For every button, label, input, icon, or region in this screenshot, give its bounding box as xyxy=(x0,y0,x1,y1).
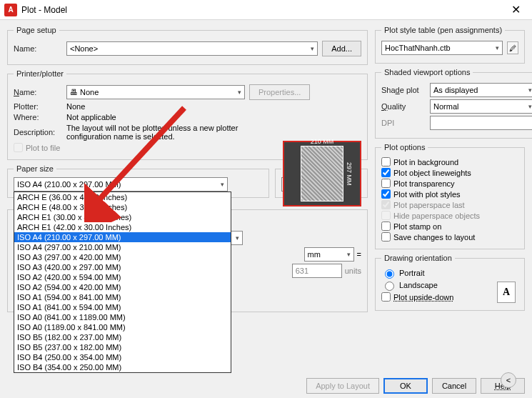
paper-size-option[interactable]: ISO A0 (841.00 x 1189.00 MM) xyxy=(14,312,231,322)
page-setup-legend: Page setup xyxy=(14,26,59,34)
preview-width: 210 MM xyxy=(301,138,343,145)
plot-style-table-group: Plot style table (pen assignments) HocTh… xyxy=(375,26,525,64)
paper-size-option[interactable]: ARCH E (36.00 x 48.00 Inches) xyxy=(14,192,231,202)
paper-size-dropdown[interactable]: ARCH E (36.00 x 48.00 Inches)ARCH E (48.… xyxy=(14,191,231,373)
properties-button: Properties... xyxy=(249,84,310,100)
cancel-button[interactable]: Cancel xyxy=(432,378,476,394)
dpi-input xyxy=(430,116,532,130)
paper-size-option[interactable]: ISO A1 (841.00 x 594.00 MM) xyxy=(14,302,231,312)
printer-name-select[interactable]: 🖶 None▾ xyxy=(66,85,245,99)
units-label: units xyxy=(345,267,361,275)
plot-lineweights-checkbox[interactable]: Plot object lineweights xyxy=(381,168,518,177)
pagesetup-name-value: <None> xyxy=(70,44,98,53)
page-setup-group: Page setup Name: <None>▾ Add... xyxy=(7,26,368,65)
dialog-button-bar: Apply to Layout OK Cancel Help < xyxy=(7,378,525,394)
desc-label: Description: xyxy=(14,128,62,136)
window-title: Plot - Model xyxy=(21,5,67,15)
paperspace-last-checkbox: Plot paperspace last xyxy=(381,200,518,209)
paper-size-select[interactable]: ISO A4 (210.00 x 297.00 MM)▾ xyxy=(14,177,228,191)
preview-height: 297 MM xyxy=(346,146,353,201)
equals-label: = xyxy=(357,250,361,259)
pagesetup-name-select[interactable]: <None>▾ xyxy=(66,41,318,56)
plot-options-legend: Plot options xyxy=(381,143,428,151)
plot-style-legend: Plot style table (pen assignments) xyxy=(381,26,505,34)
plotter-value: None xyxy=(66,102,85,111)
plot-options-group: Plot options Plot in background Plot obj… xyxy=(375,143,525,249)
plot-transparency-checkbox[interactable]: Plot transparency xyxy=(381,179,518,188)
orientation-group: Drawing orientation Portrait Landscape P… xyxy=(375,254,525,311)
app-logo-icon: A xyxy=(4,4,17,16)
printer-name-label: Name: xyxy=(14,88,62,96)
plot-background-checkbox[interactable]: Plot in background xyxy=(381,157,518,166)
paper-size-option[interactable]: ISO A2 (594.00 x 420.00 MM) xyxy=(14,282,231,292)
shade-plot-select[interactable]: As displayed▾ xyxy=(430,83,532,97)
scale-units-select[interactable]: mm▾ xyxy=(304,247,354,262)
apply-layout-button: Apply to Layout xyxy=(306,378,379,394)
quality-select[interactable]: Normal▾ xyxy=(430,99,532,114)
hide-paperspace-checkbox: Hide paperspace objects xyxy=(381,211,518,220)
desc-value: The layout will not be plotted unless a … xyxy=(66,124,259,141)
plotter-label: Plotter: xyxy=(14,102,62,111)
paper-size-option[interactable]: ARCH E1 (42.00 x 30.00 Inches) xyxy=(14,222,231,232)
close-button[interactable]: ✕ xyxy=(504,1,528,18)
paper-size-option[interactable]: ISO B5 (182.00 x 237.00 MM) xyxy=(14,332,231,342)
add-button[interactable]: Add... xyxy=(322,41,361,56)
paper-size-option[interactable]: ISO A3 (420.00 x 297.00 MM) xyxy=(14,262,231,272)
shaded-viewport-group: Shaded viewport options Shade plotAs dis… xyxy=(375,68,532,139)
paper-size-option[interactable]: ISO B4 (250.00 x 354.00 MM) xyxy=(14,352,231,362)
paper-size-option[interactable]: ISO A4 (210.00 x 297.00 MM) xyxy=(14,232,231,242)
paper-size-option[interactable]: ISO B4 (354.00 x 250.00 MM) xyxy=(14,362,231,372)
paper-size-option[interactable]: ARCH E1 (30.00 x 42.00 Inches) xyxy=(14,212,231,222)
titlebar: A Plot - Model ✕ xyxy=(0,0,532,20)
dpi-label: DPI xyxy=(381,119,426,127)
paper-size-option[interactable]: ARCH E (48.00 x 36.00 Inches) xyxy=(14,202,231,212)
collapse-button[interactable]: < xyxy=(501,372,516,388)
orientation-icon: A xyxy=(497,282,516,303)
paper-size-option[interactable]: ISO A1 (594.00 x 841.00 MM) xyxy=(14,292,231,302)
pagesetup-name-label: Name: xyxy=(14,44,62,53)
portrait-radio[interactable]: Portrait xyxy=(381,267,518,279)
paper-size-option[interactable]: ISO A4 (297.00 x 210.00 MM) xyxy=(14,242,231,252)
edit-style-icon[interactable]: 🖉 xyxy=(507,41,518,54)
shade-plot-label: Shade plot xyxy=(381,86,426,94)
shaded-legend: Shaded viewport options xyxy=(381,68,473,76)
paper-size-option[interactable]: ISO A0 (1189.00 x 841.00 MM) xyxy=(14,322,231,332)
paper-size-group: Paper size ISO A4 (210.00 x 297.00 MM)▾ … xyxy=(7,164,269,198)
paper-size-value: ISO A4 (210.00 x 297.00 MM) xyxy=(17,180,121,189)
paper-size-option[interactable]: ISO A2 (420.00 x 594.00 MM) xyxy=(14,272,231,282)
paper-preview: 210 MM 297 MM xyxy=(283,141,361,207)
save-changes-checkbox[interactable]: Save changes to layout xyxy=(381,232,518,242)
quality-label: Quality xyxy=(381,102,426,111)
ok-button[interactable]: OK xyxy=(383,378,428,394)
plot-style-select[interactable]: HocThatNhanh.ctb▾ xyxy=(381,41,503,55)
paper-size-legend: Paper size xyxy=(14,164,56,173)
plot-styles-checkbox[interactable]: Plot with plot styles xyxy=(381,189,518,199)
paper-size-option[interactable]: ISO A3 (297.00 x 420.00 MM) xyxy=(14,252,231,262)
printer-group: Printer/plotter Name: 🖶 None▾ Properties… xyxy=(7,69,368,160)
scale-unit-input xyxy=(292,264,342,278)
where-label: Where: xyxy=(14,113,62,121)
paper-size-option[interactable]: ISO B5 (237.00 x 182.00 MM) xyxy=(14,342,231,352)
orientation-legend: Drawing orientation xyxy=(381,254,455,262)
where-value: Not applicable xyxy=(66,113,116,121)
printer-legend: Printer/plotter xyxy=(14,69,66,78)
plot-stamp-checkbox[interactable]: Plot stamp on xyxy=(381,222,518,231)
